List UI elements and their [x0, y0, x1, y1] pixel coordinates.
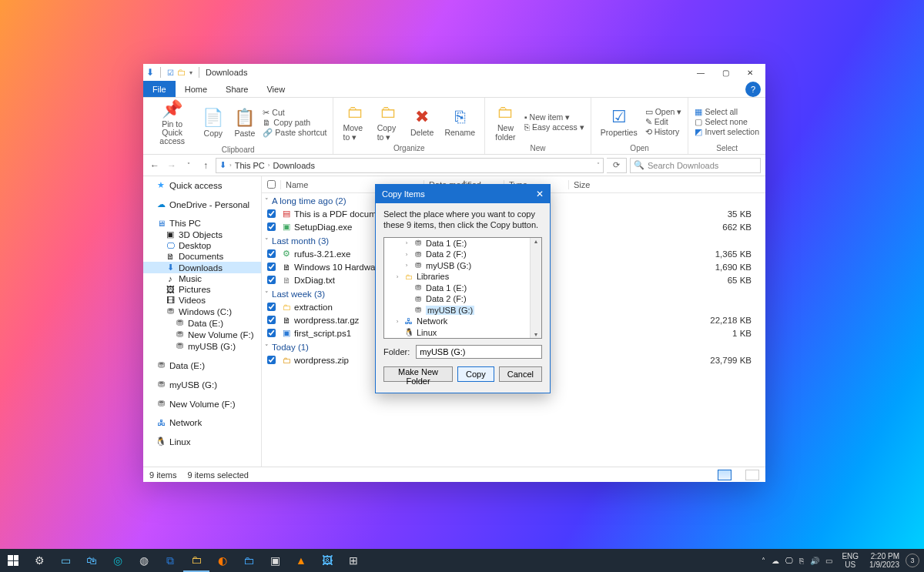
refresh-button[interactable]: ⟳	[607, 158, 627, 173]
dialog-title-bar[interactable]: Copy Items ✕	[376, 185, 550, 203]
tree-network[interactable]: ›🖧Network	[384, 316, 541, 327]
history-button[interactable]: ⟲History	[645, 127, 682, 136]
row-checkbox[interactable]	[267, 303, 276, 311]
nav-linux[interactable]: 🐧Linux	[143, 436, 261, 447]
tab-view[interactable]: View	[257, 81, 294, 97]
tray-onedrive-icon[interactable]: ☁	[772, 557, 779, 565]
tree-data2-f[interactable]: ›⛃Data 2 (F:)	[384, 249, 541, 260]
cancel-button[interactable]: Cancel	[499, 366, 542, 382]
new-folder-button[interactable]: 🗀New folder	[491, 99, 520, 144]
row-checkbox[interactable]	[267, 356, 276, 364]
tray-expand-icon[interactable]: ˄	[762, 557, 765, 565]
row-checkbox[interactable]	[267, 276, 276, 284]
nav-3d-objects[interactable]: ▣3D Objects	[143, 229, 261, 240]
nav-data-e[interactable]: ⛃Data (E:)	[143, 317, 261, 329]
select-all-checkbox[interactable]	[267, 180, 276, 189]
notification-badge[interactable]: 3	[906, 554, 919, 567]
new-item-button[interactable]: ▪New item ▾	[524, 112, 584, 122]
dialog-tree-scrollbar[interactable]	[530, 238, 541, 338]
tree-myusb-g[interactable]: ›⛃myUSB (G:)	[384, 260, 541, 272]
tray-volume-icon[interactable]: 🔊	[810, 557, 819, 565]
tab-home[interactable]: Home	[176, 81, 216, 97]
tree-data2-f-2[interactable]: ⛃Data 2 (F:)	[384, 293, 541, 305]
close-button[interactable]: ✕	[738, 64, 762, 81]
task-vlc-icon[interactable]: ▲	[288, 549, 314, 572]
copy-confirm-button[interactable]: Copy	[457, 366, 494, 382]
nav-downloads[interactable]: ⬇Downloads	[143, 262, 261, 273]
paste-button[interactable]: 📋Paste	[231, 99, 258, 146]
task-photos-icon[interactable]: 🖼	[314, 549, 340, 572]
row-checkbox[interactable]	[267, 316, 276, 324]
task-terminal-icon[interactable]: ▣	[262, 549, 288, 572]
nav-pictures[interactable]: 🖼Pictures	[143, 284, 261, 295]
dialog-tree[interactable]: ›⛃Data 1 (E:) ›⛃Data 2 (F:) ›⛃myUSB (G:)…	[383, 237, 542, 339]
invert-selection-button[interactable]: ◩Invert selection	[695, 127, 759, 136]
task-settings-icon[interactable]: ⚙	[26, 549, 52, 572]
make-new-folder-button[interactable]: Make New Folder	[383, 366, 453, 382]
row-checkbox[interactable]	[267, 249, 276, 258]
minimize-button[interactable]: —	[688, 64, 713, 81]
nav-myusb-g[interactable]: ⛃myUSB (G:)	[143, 340, 261, 352]
clock[interactable]: 2:20 PM 1/9/2023	[863, 552, 906, 569]
nav-onedrive[interactable]: ☁OneDrive - Personal	[143, 199, 261, 210]
tree-linux[interactable]: 🐧Linux	[384, 327, 541, 339]
paste-shortcut-button[interactable]: 🔗Paste shortcut	[263, 128, 326, 138]
task-store-icon[interactable]: 🛍	[79, 549, 105, 572]
tray-battery-icon[interactable]: ▭	[825, 557, 832, 565]
task-firefox-icon[interactable]: ◐	[209, 549, 236, 572]
nav-dropdown-button[interactable]: ˅	[182, 162, 196, 169]
taskbar[interactable]: ⚙ ▭ 🛍 ◎ ◍ ⧉ 🗀 ◐ 🗀 ▣ ▲ 🖼 ⊞ ˄ ☁ 🖵 ⎘ 🔊 ▭ EN…	[0, 549, 924, 572]
pin-quick-access-button[interactable]: 📌Pin to Quick access	[149, 99, 195, 146]
cut-button[interactable]: ✂Cut	[263, 108, 326, 117]
select-none-button[interactable]: ▢Select none	[695, 117, 759, 126]
copy-button[interactable]: 📄Copy	[199, 99, 226, 146]
nav-music[interactable]: ♪Music	[143, 273, 261, 284]
nav-documents[interactable]: 🗎Documents	[143, 251, 261, 262]
task-edge-icon[interactable]: ◎	[105, 549, 131, 572]
easy-access-button[interactable]: ⎘Easy access ▾	[524, 122, 584, 132]
breadcrumb-thispc[interactable]: This PC	[235, 161, 265, 170]
task-taskview-icon[interactable]: ▭	[52, 549, 79, 572]
tab-share[interactable]: Share	[216, 81, 257, 97]
copy-to-button[interactable]: 🗀Copy to ▾	[374, 99, 403, 144]
dialog-close-button[interactable]: ✕	[536, 189, 544, 199]
rename-button[interactable]: ⎘Rename	[441, 99, 478, 144]
nav-back-button[interactable]: ←	[148, 160, 162, 171]
tab-file[interactable]: File	[143, 81, 176, 97]
system-tray[interactable]: ˄ ☁ 🖵 ⎘ 🔊 ▭	[757, 557, 837, 565]
row-checkbox[interactable]	[267, 329, 276, 337]
tree-data1-e-2[interactable]: ⛃Data 1 (E:)	[384, 283, 541, 294]
nav-network[interactable]: 🖧Network	[143, 417, 261, 428]
nav-new-volume-f[interactable]: ⛃New Volume (F:)	[143, 329, 261, 340]
tree-data1-e[interactable]: ›⛃Data 1 (E:)	[384, 238, 541, 249]
title-bar[interactable]: ⬇ ☑ 🗀 ▾ Downloads — ▢ ✕	[143, 64, 765, 81]
row-checkbox[interactable]	[267, 222, 276, 231]
edit-button[interactable]: ✎Edit	[645, 117, 682, 126]
maximize-button[interactable]: ▢	[713, 64, 738, 81]
column-size[interactable]: Size	[568, 180, 765, 189]
task-dolphin-icon[interactable]: 🗀	[236, 549, 262, 572]
address-dropdown-icon[interactable]: ˅	[597, 162, 600, 169]
nav-up-button[interactable]: ↑	[199, 160, 213, 171]
delete-button[interactable]: ✖Delete	[407, 99, 437, 144]
nav-quick-access[interactable]: ★Quick access	[143, 179, 261, 191]
nav-windows-c[interactable]: ⛃Windows (C:)	[143, 306, 261, 317]
navigation-pane[interactable]: ★Quick access ☁OneDrive - Personal 🖥This…	[143, 176, 262, 467]
breadcrumb-downloads[interactable]: Downloads	[273, 161, 314, 170]
task-vscode-icon[interactable]: ⧉	[157, 549, 183, 572]
search-input[interactable]: 🔍 Search Downloads	[630, 158, 761, 173]
nav-desktop[interactable]: 🖵Desktop	[143, 240, 261, 251]
view-details-button[interactable]	[718, 470, 732, 480]
nav-thispc[interactable]: 🖥This PC	[143, 218, 261, 229]
open-button[interactable]: ▭Open ▾	[645, 107, 682, 116]
help-button[interactable]: ?	[745, 82, 761, 97]
nav-forward-button[interactable]: →	[165, 160, 179, 171]
folder-input[interactable]	[416, 345, 542, 359]
task-grid-icon[interactable]: ⊞	[340, 549, 367, 572]
tray-wifi-icon[interactable]: ⎘	[799, 557, 804, 565]
nav-data-e-root[interactable]: ⛃Data (E:)	[143, 360, 261, 371]
select-all-button[interactable]: ▦Select all	[695, 107, 759, 116]
checkbox-icon[interactable]: ☑	[167, 69, 174, 77]
row-checkbox[interactable]	[267, 263, 276, 271]
dropdown-icon[interactable]: ▾	[189, 69, 192, 76]
